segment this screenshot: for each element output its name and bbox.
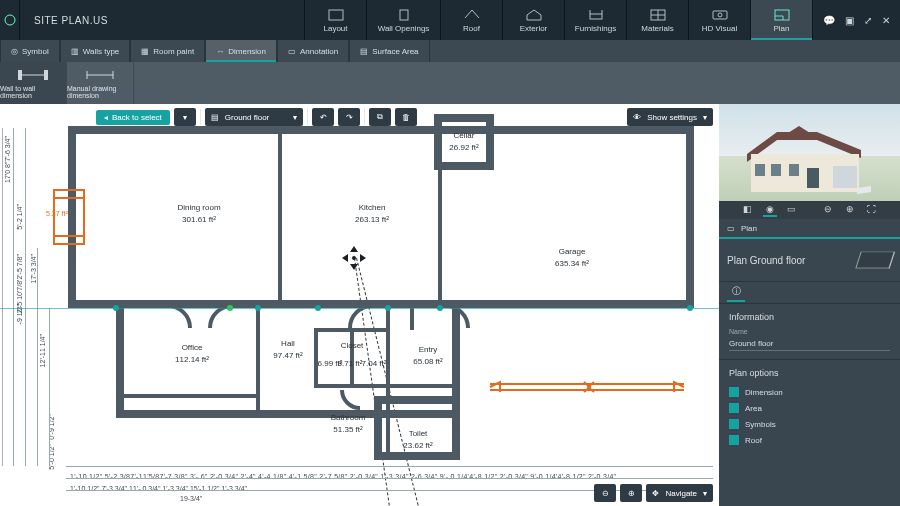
copy-button[interactable]: ⧉ [369, 108, 391, 126]
plan-title-row: Plan Ground floor [719, 239, 900, 282]
nav-furnishings[interactable]: Furnishings [564, 0, 626, 40]
panel-tab-plan[interactable]: ▭Plan [719, 219, 900, 239]
delete-button[interactable]: 🗑 [395, 108, 417, 126]
symbol-icon: ◎ [11, 47, 18, 56]
subtool-manual-dimension[interactable]: Manual drawing dimension [67, 62, 134, 104]
zoom-out-icon[interactable]: ⊖ [821, 203, 835, 217]
svg-marker-3 [527, 10, 541, 20]
svg-rect-12 [775, 10, 789, 20]
view-plan-icon[interactable]: ▭ [785, 203, 799, 217]
checkbox-icon [729, 435, 739, 445]
nav-hd-visual[interactable]: HD Visual [688, 0, 750, 40]
floor-selector[interactable]: ▤Ground floor▾ [205, 108, 303, 126]
manual-dim-icon [85, 68, 115, 82]
plan-canvas[interactable]: ◂Back to select ▾ ▤Ground floor▾ ↶ ↷ ⧉ 🗑… [0, 104, 719, 506]
redo-button[interactable]: ↷ [338, 108, 360, 126]
main-area: ◂Back to select ▾ ▤Ground floor▾ ↶ ↷ ⧉ 🗑… [0, 104, 900, 506]
tool-walls-type[interactable]: ▥Walls type [60, 40, 131, 62]
svg-text:112.14 ft²: 112.14 ft² [175, 355, 209, 364]
back-to-select-button[interactable]: ◂Back to select [96, 110, 170, 125]
svg-rect-17 [44, 70, 48, 80]
chevron-down-icon: ▾ [183, 113, 187, 122]
tool-annotation[interactable]: ▭Annotation [277, 40, 349, 62]
svg-rect-2 [400, 10, 408, 20]
option-dimension[interactable]: Dimension [729, 384, 890, 400]
dimension-icon: ↔ [216, 47, 224, 56]
svg-text:65.08 ft²: 65.08 ft² [413, 357, 443, 366]
plan-options-block: Plan options Dimension Area Symbols Roof [719, 360, 900, 456]
brand-icon [0, 0, 20, 40]
zoom-out-button[interactable]: ⊖ [594, 484, 616, 502]
chat-icon[interactable]: 💬 [823, 15, 835, 26]
svg-text:Cellar: Cellar [454, 131, 475, 140]
name-label: Name [729, 328, 890, 335]
svg-text:Dining room: Dining room [177, 203, 220, 212]
dropdown-a[interactable]: ▾ [174, 108, 196, 126]
fit-screen-icon[interactable]: ▣ [845, 15, 854, 26]
option-roof[interactable]: Roof [729, 432, 890, 448]
fullscreen-icon[interactable]: ⛶ [865, 203, 879, 217]
house-render-icon [737, 124, 877, 198]
move-gizmo[interactable] [342, 246, 366, 270]
svg-marker-70 [342, 254, 348, 262]
svg-text:51.35 ft²: 51.35 ft² [333, 425, 363, 434]
svg-text:Office: Office [182, 343, 203, 352]
sub-toolbar: Wall to wall dimension Manual drawing di… [0, 62, 900, 104]
info-icon[interactable]: ⓘ [727, 284, 745, 302]
nav-exterior[interactable]: Exterior [502, 0, 564, 40]
nav-layout[interactable]: Layout [304, 0, 366, 40]
secondary-toolbar: ◎Symbol ▥Walls type ▦Room paint ↔Dimensi… [0, 40, 900, 62]
svg-text:Hall: Hall [281, 339, 295, 348]
svg-rect-4 [590, 14, 602, 19]
svg-point-72 [352, 256, 356, 260]
main-nav: Layout Wall Openings Roof Exterior Furni… [304, 0, 812, 40]
svg-text:97.47 ft²: 97.47 ft² [273, 351, 303, 360]
svg-rect-75 [755, 164, 765, 176]
undo-button[interactable]: ↶ [312, 108, 334, 126]
view-axo-icon[interactable]: ◧ [741, 203, 755, 217]
option-area[interactable]: Area [729, 400, 890, 416]
tool-room-paint[interactable]: ▦Room paint [130, 40, 205, 62]
svg-text:263.13 ft²: 263.13 ft² [355, 215, 389, 224]
svg-text:Kitchen: Kitchen [359, 203, 386, 212]
name-field[interactable]: Ground floor [729, 337, 890, 351]
preview-3d[interactable]: ◧ ◉ ▭ ⊖ ⊕ ⛶ [719, 104, 900, 219]
subtool-wall-to-wall[interactable]: Wall to wall dimension [0, 62, 67, 104]
svg-rect-16 [18, 70, 22, 80]
svg-text:23.62 ft²: 23.62 ft² [403, 441, 433, 450]
nav-wall-openings[interactable]: Wall Openings [366, 0, 440, 40]
floor-plan[interactable]: Dining room301.61 ft² Kitchen263.13 ft² … [72, 130, 690, 462]
tool-dimension[interactable]: ↔Dimension [205, 40, 277, 62]
svg-rect-1 [329, 10, 343, 20]
nav-roof[interactable]: Roof [440, 0, 502, 40]
navigate-button[interactable]: ✥Navigate▾ [646, 484, 713, 502]
svg-rect-77 [789, 164, 799, 176]
svg-text:26.92 ft²: 26.92 ft² [449, 143, 479, 152]
project-title: SITE PLAN.US [20, 0, 122, 40]
expand-icon[interactable]: ⤢ [864, 15, 872, 26]
zoom-in-button[interactable]: ⊕ [620, 484, 642, 502]
preview-controls: ◧ ◉ ▭ ⊖ ⊕ ⛶ [719, 201, 900, 219]
view-person-icon[interactable]: ◉ [763, 203, 777, 217]
plan-thumbnail-icon [855, 252, 894, 269]
show-settings-group: 👁Show settings▾ [627, 108, 713, 126]
close-icon[interactable]: ✕ [882, 15, 890, 26]
svg-text:Garage: Garage [559, 247, 586, 256]
svg-text:6.99 ft²: 6.99 ft² [318, 359, 343, 368]
walls-icon: ▥ [71, 47, 79, 56]
option-symbols[interactable]: Symbols [729, 416, 890, 432]
svg-point-11 [718, 13, 722, 17]
tool-symbol[interactable]: ◎Symbol [0, 40, 60, 62]
chevron-down-icon: ▾ [703, 113, 707, 122]
zoom-in-icon[interactable]: ⊕ [843, 203, 857, 217]
nav-materials[interactable]: Materials [626, 0, 688, 40]
plan-options-header: Plan options [729, 368, 890, 378]
svg-text:635.34 ft²: 635.34 ft² [555, 259, 589, 268]
svg-rect-78 [833, 166, 857, 188]
svg-marker-68 [350, 246, 358, 252]
svg-text:Closet: Closet [341, 341, 364, 350]
tool-surface-area[interactable]: ▤Surface Area [349, 40, 429, 62]
nav-plan[interactable]: Plan [750, 0, 812, 40]
show-settings-button[interactable]: 👁Show settings▾ [627, 108, 713, 126]
top-bar: SITE PLAN.US Layout Wall Openings Roof E… [0, 0, 900, 40]
